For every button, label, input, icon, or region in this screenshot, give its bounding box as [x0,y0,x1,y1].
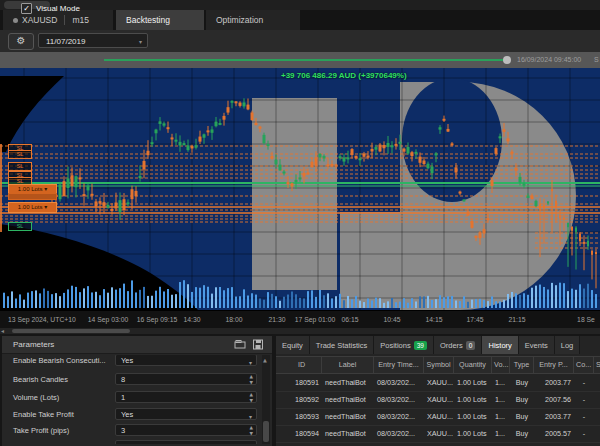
volume-bar [355,296,357,308]
start-date-select[interactable]: 11/07/2019 ▾ [38,33,148,48]
volume-bar [523,293,525,308]
column-header[interactable]: Entry Time... [374,357,424,373]
volume-bar [139,290,141,308]
parameter-row: Volume (Lots)1▲▼ [5,390,261,406]
chevron-down-icon[interactable]: ▾ [249,443,252,444]
parameters-header: Parameters [2,336,272,354]
spinner-arrows-icon[interactable]: ▲▼ [250,392,253,404]
time-axis-label: 14:30 [183,316,200,323]
results-tab-positions[interactable]: Positions39 [374,336,434,354]
load-settings-icon[interactable] [234,339,246,350]
tab-symbol-chart[interactable]: XAUUSD m15 [3,10,113,30]
parameters-scroll-thumb[interactable] [263,421,269,442]
tester-tab-bar: XAUUSD m15 Backtesting Optimization [0,10,600,30]
parameter-value-input[interactable]: 3▲▼ [115,424,257,436]
parameter-value-dropdown[interactable]: Yes▾ [115,440,257,444]
visual-mode-checkbox[interactable]: ✓ [21,3,32,14]
results-tab-log[interactable]: Log [555,336,581,354]
volume-bar [519,295,521,308]
column-header[interactable]: Vo... [492,357,510,373]
volume-bar [411,298,413,308]
column-header[interactable]: Label [322,357,374,373]
candle-body [239,103,242,106]
volume-bar [223,290,225,308]
progress-thumb[interactable] [503,56,511,64]
volume-bar [547,289,549,308]
tab-backtesting[interactable]: Backtesting [116,10,204,30]
spinner-arrows-icon[interactable]: ▲▼ [250,425,253,437]
volume-bar [79,292,81,308]
scroll-up-icon[interactable]: ▲ [263,357,267,363]
candle-body [75,176,78,187]
volume-bar [467,302,469,308]
save-settings-icon[interactable] [252,339,264,350]
table-row[interactable]: 180591needThaiBot08/03/202...XAUU...1.00… [276,374,600,392]
tab-optimization[interactable]: Optimization [206,10,300,30]
column-header[interactable]: ID [282,357,322,373]
results-tab-orders[interactable]: Orders0 [434,336,483,354]
chevron-down-icon[interactable]: ▾ [249,357,252,369]
column-header[interactable]: Quantity [454,357,492,373]
volume-bar [567,291,569,308]
chart-area[interactable]: +39 706 486.29 AUD (+3970649%) SLSLSLSLS… [0,68,600,310]
bottom-dock: Parameters Enable Bearish Consecuti...Ye… [0,334,600,446]
table-cell: 180591 [282,374,322,391]
parameter-value-input[interactable]: 1▲▼ [115,391,257,403]
results-tab-events[interactable]: Events [519,336,555,354]
table-row[interactable]: 180593needThaiBot08/03/202...XAUU...1.00… [276,408,600,426]
candle-body [303,173,306,177]
candle-body [591,251,593,255]
volume-bar [527,295,529,308]
candle-body [227,107,230,112]
chevron-down-icon[interactable]: ▾ [249,411,252,423]
progress-line[interactable] [104,59,504,61]
volume-bar [207,287,209,308]
volume-bar [471,300,473,308]
volume-bar [127,291,129,308]
position-lots-marker[interactable]: 1.00 Lots ▾ [8,202,57,213]
column-header[interactable]: Symbol [424,357,454,373]
time-axis-label: 10:45 [383,316,400,323]
results-tab-equity[interactable]: Equity [276,336,310,354]
candle-body [91,194,94,196]
clipped-right-text: S [594,56,599,63]
table-row[interactable]: 180594needThaiBot08/03/202...XAUU...1.00… [276,425,600,443]
candle-body [479,232,482,238]
table-row[interactable]: 180592needThaiBot08/03/202...XAUU...1.00… [276,391,600,409]
volume-bar [435,299,437,308]
settings-gear-icon[interactable]: ⚙ [8,33,34,50]
volume-bar [351,299,353,308]
results-tab-trade-statistics[interactable]: Trade Statistics [310,336,374,354]
volume-bar [275,296,277,308]
stop-loss-marker[interactable]: SL [8,150,32,159]
candle-body [235,101,238,103]
stop-loss-marker[interactable]: SL [8,162,32,171]
parameters-scrollbar[interactable]: ▲ [262,355,270,444]
candle-body [335,164,338,166]
candle-body [367,156,370,158]
volume-bar [439,295,441,308]
volume-bar [331,298,333,308]
table-cell: 08/03/202... [374,425,424,442]
parameter-value-input[interactable]: 8▲▼ [115,373,257,385]
time-axis-label: 21:30 [268,316,285,323]
hscrollbar-thumb[interactable] [12,329,130,333]
spinner-arrows-icon[interactable]: ▲▼ [250,374,253,386]
volume-bar [51,294,53,308]
column-header[interactable]: Co... [574,357,594,373]
candle-body [587,241,589,246]
volume-bar [71,286,73,308]
candle-body [343,157,346,161]
candle-body [223,116,226,120]
volume-bar [583,289,585,308]
results-tab-history[interactable]: History [482,336,518,354]
stop-loss-marker[interactable]: SL [8,222,32,231]
volume-bar [303,298,305,308]
table-cell: 1... [492,425,510,442]
parameter-value-dropdown[interactable]: Yes▾ [115,355,257,366]
column-header[interactable]: Entry P... [534,357,574,373]
parameter-value-dropdown[interactable]: Yes▾ [115,408,257,420]
volume-bar [191,292,193,308]
column-header[interactable]: Sw [594,357,600,373]
column-header[interactable]: Type [510,357,534,373]
